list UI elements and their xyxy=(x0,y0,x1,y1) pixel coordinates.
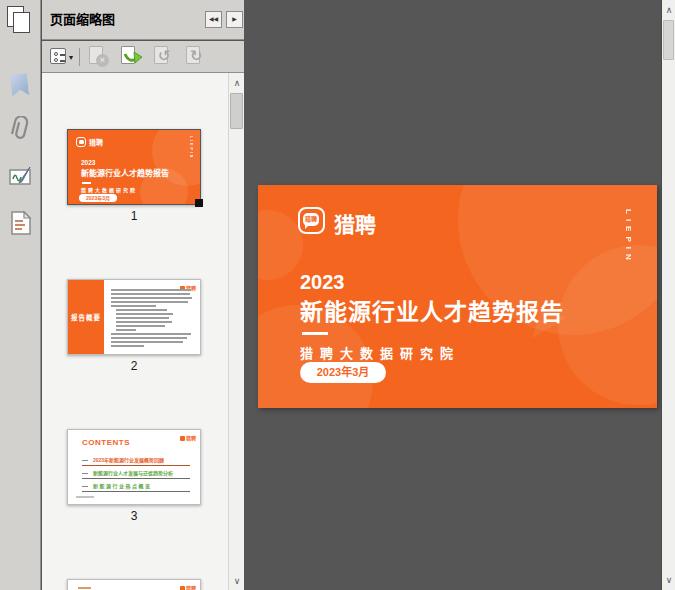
liepin-logo-small: 猎聘 xyxy=(180,434,196,441)
view-box-handle[interactable] xyxy=(195,199,203,207)
document-scrollbar[interactable]: ∧ ∨ xyxy=(661,0,675,590)
date-badge: 2023年3月 xyxy=(300,362,386,383)
bookmark-ribbon xyxy=(10,73,29,97)
page-number-3: 3 xyxy=(67,509,201,525)
thumbnails-scrollbar[interactable]: ∧ ∨ xyxy=(228,73,244,590)
thumbnails-panel-header: 页面缩略图 ◀◀ ▶ xyxy=(42,0,244,40)
thumbnail-page-2[interactable]: 报告概要 猎聘 xyxy=(67,279,201,355)
body-text-lines xyxy=(111,289,193,349)
cover-title: 新能源行业人才趋势报告 xyxy=(300,293,564,327)
thumbnail-page-4[interactable]: 猎聘 xyxy=(67,579,201,590)
contents-item-2: 新能源行业人才发展与迁徙趋势分析 xyxy=(82,469,190,479)
contents-item-3: 新能源行业热点概览 xyxy=(82,482,190,492)
options-icon xyxy=(50,48,66,64)
liepin-logo-badge: 猎聘 xyxy=(303,213,319,226)
paperclip-glyph xyxy=(8,116,34,146)
divider xyxy=(302,332,328,335)
bookmarks-icon[interactable] xyxy=(8,72,34,100)
toolbar-separator xyxy=(79,48,80,66)
pages-icon xyxy=(13,12,30,33)
extract-page-button[interactable] xyxy=(119,45,143,69)
brand-name: 猎聘 xyxy=(89,137,103,147)
rotate-left-button[interactable]: ↺ xyxy=(152,45,176,69)
cover-year: 2023 xyxy=(300,271,345,294)
note-page-glyph xyxy=(8,209,34,237)
cover-year: 2023 xyxy=(81,159,95,166)
delete-page-button[interactable]: × xyxy=(87,45,111,69)
liepin-logo-small: 猎聘 xyxy=(180,584,196,590)
caret-down-icon: ▾ xyxy=(69,53,73,62)
collapse-panel-button[interactable]: ◀◀ xyxy=(205,11,222,28)
expand-panel-button[interactable]: ▶ xyxy=(226,11,243,28)
thumbnails-list: 猎聘 LIEPIN 2023 新能源行业人才趋势报告 猎聘大数据研究院 2023… xyxy=(42,72,244,590)
footer-text-bar xyxy=(76,496,94,498)
scroll-down-arrow[interactable]: ∨ xyxy=(229,573,244,589)
document-view: 猎聘 猎聘 LIEPIN 2023 新能源行业人才趋势报告 猎聘大数据研究院 2… xyxy=(245,0,661,590)
cover-subtitle: 猎聘大数据研究院 xyxy=(81,186,137,193)
scrollbar-thumb[interactable] xyxy=(663,20,674,60)
scroll-up-arrow[interactable]: ∧ xyxy=(229,75,244,91)
options-menu-button[interactable]: ▾ xyxy=(50,45,78,69)
pdf-viewer-window: 页面缩略图 ◀◀ ▶ ▾ × ↺ xyxy=(0,0,675,590)
orange-sidebar: 报告概要 xyxy=(68,280,104,354)
delete-cross-icon: × xyxy=(96,54,109,67)
bubble-decoration xyxy=(258,210,303,280)
signatures-icon[interactable] xyxy=(8,163,34,191)
vertical-brand: LIEPIN xyxy=(189,136,193,159)
scrollbar-thumb[interactable] xyxy=(230,93,243,129)
liepin-logo-icon: 猎聘 xyxy=(298,207,325,234)
divider xyxy=(82,182,91,184)
cover-subtitle: 猎聘大数据研究院 xyxy=(300,343,460,362)
brand-name: 猎聘 xyxy=(334,208,376,238)
date-badge: 2023年3月 xyxy=(79,194,117,202)
green-arrow-icon xyxy=(123,49,143,67)
notes-icon[interactable] xyxy=(8,209,34,237)
page-thumbnails-panel-icon[interactable] xyxy=(5,5,35,35)
panel-title: 页面缩略图 xyxy=(50,0,115,39)
thumbnail-page-1[interactable]: 猎聘 LIEPIN 2023 新能源行业人才趋势报告 猎聘大数据研究院 2023… xyxy=(67,129,201,205)
liepin-logo-icon xyxy=(76,137,86,147)
navigation-pane-strip xyxy=(0,0,41,590)
rotate-right-icon: ↻ xyxy=(190,47,203,65)
signature-glyph xyxy=(8,163,34,191)
document-page-1[interactable]: 猎聘 猎聘 LIEPIN 2023 新能源行业人才趋势报告 猎聘大数据研究院 2… xyxy=(258,185,657,408)
rotate-right-button[interactable]: ↻ xyxy=(184,45,208,69)
cover-title: 新能源行业人才趋势报告 xyxy=(81,167,169,178)
thumbnail-page-3[interactable]: 猎聘 CONTENTS 2023年新能源行业发展概势回顾 新能源行业人才发展与迁… xyxy=(67,429,201,505)
title-text-bar xyxy=(78,587,91,589)
scroll-up-arrow[interactable]: ∧ xyxy=(662,2,675,18)
contents-item-1: 2023年新能源行业发展概势回顾 xyxy=(82,456,190,466)
attachments-icon[interactable] xyxy=(8,116,34,144)
contents-title: CONTENTS xyxy=(82,438,130,447)
thumbnails-toolbar: ▾ × ↺ ↻ xyxy=(42,41,244,72)
section-label: 报告概要 xyxy=(68,312,104,322)
cover-slide-mini: 猎聘 LIEPIN 2023 新能源行业人才趋势报告 猎聘大数据研究院 2023… xyxy=(68,130,200,204)
vertical-brand: LIEPIN xyxy=(624,209,633,265)
rotate-left-icon: ↺ xyxy=(158,47,171,65)
page-number-2: 2 xyxy=(67,359,201,375)
scroll-down-arrow[interactable]: ∨ xyxy=(662,572,675,588)
page-number-1: 1 xyxy=(67,209,201,225)
